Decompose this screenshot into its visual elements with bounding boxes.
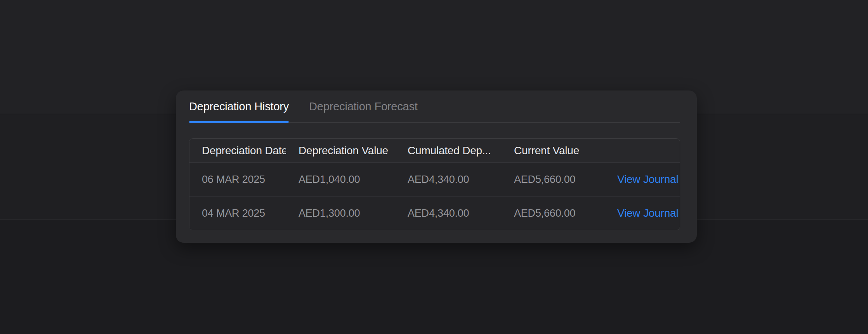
tab-label: Depreciation Forecast xyxy=(309,100,418,113)
tab-label: Depreciation History xyxy=(189,100,289,113)
cell-depreciation-date: 06 MAR 2025 xyxy=(189,174,286,186)
column-header-depreciation-value: Depreciation Value xyxy=(286,144,395,157)
cell-current-value: AED5,660.00 xyxy=(502,174,605,186)
cell-current-value: AED5,660.00 xyxy=(502,207,605,219)
cell-depreciation-date: 04 MAR 2025 xyxy=(189,207,286,219)
depreciation-card: Depreciation History Depreciation Foreca… xyxy=(176,90,697,243)
tab-depreciation-history[interactable]: Depreciation History xyxy=(189,90,289,122)
table-row: 06 MAR 2025 AED1,040.00 AED4,340.00 AED5… xyxy=(189,162,680,196)
column-header-current-value: Current Value xyxy=(502,144,605,157)
table-header-row: Depreciation Date Depreciation Value Cum… xyxy=(189,139,680,162)
tab-bar: Depreciation History Depreciation Foreca… xyxy=(189,90,680,123)
page-background: Depreciation History Depreciation Foreca… xyxy=(0,0,868,334)
view-journal-link[interactable]: View Journal xyxy=(617,207,678,219)
tab-depreciation-forecast[interactable]: Depreciation Forecast xyxy=(309,90,418,122)
view-journal-link[interactable]: View Journal xyxy=(617,173,678,185)
cell-cumulated-depreciation: AED4,340.00 xyxy=(395,207,502,219)
depreciation-history-table: Depreciation Date Depreciation Value Cum… xyxy=(189,138,680,230)
cell-depreciation-value: AED1,300.00 xyxy=(286,207,395,219)
cell-depreciation-value: AED1,040.00 xyxy=(286,174,395,186)
table-row: 04 MAR 2025 AED1,300.00 AED4,340.00 AED5… xyxy=(189,196,680,230)
column-header-cumulated-depreciation: Cumulated Dep... xyxy=(395,144,502,157)
column-header-depreciation-date: Depreciation Date xyxy=(189,144,286,157)
cell-cumulated-depreciation: AED4,340.00 xyxy=(395,174,502,186)
